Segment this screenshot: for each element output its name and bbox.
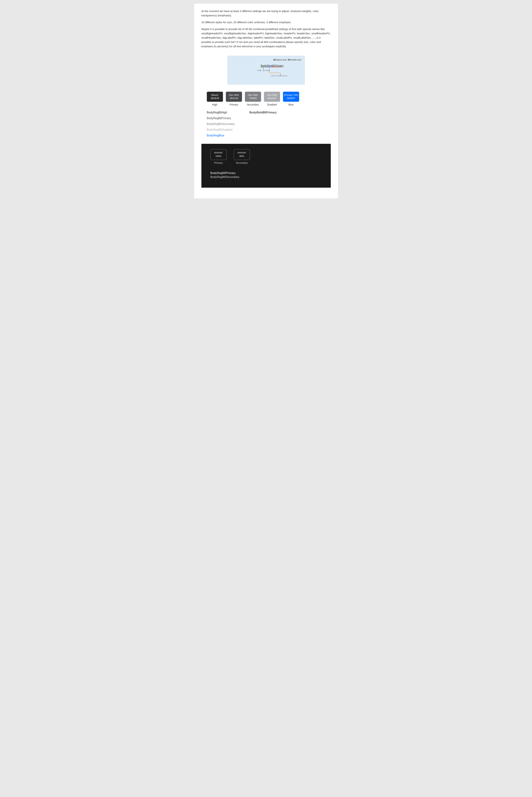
text-styles-col2: BodyBoldBtPrimary <box>249 110 277 138</box>
text-styles-col1: BodyRegBtHighBodyRegBtPrimaryBodyRegBtSe… <box>207 110 235 138</box>
diagram-svg: BodyRegBtPrimary size weight <box>243 59 289 81</box>
dark-section: FFFFFF100%PrimaryFFFFFF80%Secondary Body… <box>202 144 331 188</box>
swatch-label-sec500: Disabled <box>267 103 277 106</box>
swatches-section-light: (Black)2B2B2BHigh(Sec 800)4B4C50Primary(… <box>207 92 331 106</box>
swatch-item-sec600: (Sec 600)7F8085Secondary <box>245 92 261 106</box>
swatch-box-primary700: (Primary 700)056DFF <box>283 92 299 102</box>
text-styles-light: BodyRegBtHighBodyRegBtPrimaryBodyRegBtSe… <box>207 110 331 138</box>
swatch-box-sec600: (Sec 600)7F8085 <box>245 92 261 102</box>
text-style-high: BodyRegBtHigh <box>207 110 235 115</box>
svg-text:color+transparency: color+transparency <box>271 75 287 77</box>
text-style-primary: BodyRegBtPrimary <box>207 115 235 121</box>
intro-text: At the moment we have at least 3 differe… <box>202 9 331 49</box>
text-style-disabled: BodyRegBtDisabled <box>207 127 235 133</box>
svg-text:weight: weight <box>264 69 270 71</box>
text-style-blue: BodyRegBlue <box>207 133 235 138</box>
dark-text-styles: BodyRegWtPrimaryBodyRegWtSecondary <box>210 171 322 179</box>
dark-text-style-secondary: BodyRegWtSecondary <box>210 175 322 179</box>
dark-swatch-box-white100: FFFFFF100% <box>210 149 227 160</box>
dark-swatch-white80: FFFFFF80%Secondary <box>234 149 250 164</box>
intro-paragraph-3: Maybe it is possible to provide list of … <box>202 27 331 49</box>
dark-swatch-box-white80: FFFFFF80% <box>234 149 250 160</box>
legend-bt-label: :black text, <box>276 58 288 61</box>
legend-bt: Bt <box>273 58 276 61</box>
swatch-label-primary700: Blue <box>288 103 293 106</box>
diagram-legend: Bt:black text, Wt:white text <box>273 58 301 61</box>
swatch-item-black: (Black)2B2B2BHigh <box>207 92 223 106</box>
dark-swatch-white100: FFFFFF100%Primary <box>210 149 227 164</box>
swatch-box-sec800: (Sec 800)4B4C50 <box>226 92 242 102</box>
text-style-bold-bold-primary: BodyBoldBtPrimary <box>249 110 277 115</box>
svg-text:BodyRegBtPrimary: BodyRegBtPrimary <box>261 64 284 67</box>
intro-paragraph-2: 10 different styles for size, 20 differe… <box>202 20 331 24</box>
swatch-item-sec800: (Sec 800)4B4C50Primary <box>226 92 242 106</box>
legend-wt-label: :white text <box>291 58 301 61</box>
dark-swatch-label-white80: Secondary <box>236 162 248 164</box>
swatch-box-black: (Black)2B2B2B <box>207 92 223 102</box>
page-container: At the moment we have at least 3 differe… <box>194 4 338 199</box>
svg-text:size: size <box>257 69 261 71</box>
legend-wt: Wt <box>288 58 291 61</box>
dark-swatches: FFFFFF100%PrimaryFFFFFF80%Secondary <box>210 149 322 164</box>
dark-text-style-primary: BodyRegWtPrimary <box>210 171 322 175</box>
intro-paragraph-1: At the moment we have at least 3 differe… <box>202 9 331 18</box>
swatch-label-sec800: Primary <box>229 103 238 106</box>
dark-swatch-label-white100: Primary <box>214 162 223 164</box>
swatch-label-sec600: Secondary <box>247 103 259 106</box>
swatch-item-sec500: (Sec 500)A9AAAFDisabled <box>264 92 280 106</box>
diagram-section: Bt:black text, Wt:white text BodyRegBtPr… <box>202 56 331 85</box>
swatch-box-sec500: (Sec 500)A9AAAF <box>264 92 280 102</box>
diagram-box: Bt:black text, Wt:white text BodyRegBtPr… <box>227 56 305 85</box>
swatch-item-primary700: (Primary 700)056DFFBlue <box>283 92 299 106</box>
text-style-secondary: BodyRegBtSecondary <box>207 121 235 127</box>
swatch-label-black: High <box>212 103 217 106</box>
